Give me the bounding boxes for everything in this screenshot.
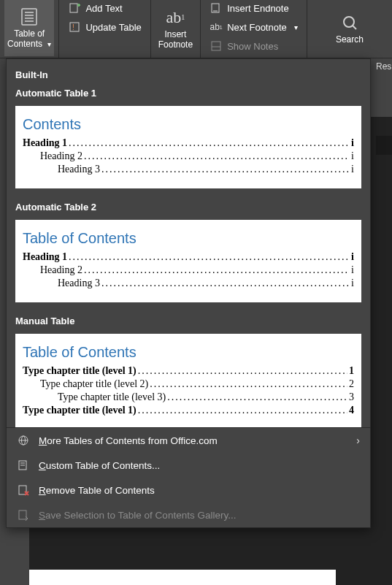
auto2-lines: Heading 1iHeading 2iHeading 3i <box>23 251 354 289</box>
chevron-down-icon: ▾ <box>294 23 298 31</box>
show-notes-icon <box>210 39 223 53</box>
manual-label: Manual Table <box>15 316 361 326</box>
toc-button-label: Table of Contents ▾ <box>7 28 51 50</box>
show-notes-button[interactable]: Show Notes <box>205 38 302 54</box>
search-button[interactable]: Search <box>333 0 366 56</box>
auto2-label: Automatic Table 2 <box>15 202 361 213</box>
toc-line: Type chapter title (level 1)1 <box>23 365 354 377</box>
save-to-gallery-menu: Save Selection to Table of Contents Gall… <box>7 502 370 527</box>
next-footnote-icon: ab1 <box>210 20 223 34</box>
remove-toc-menu[interactable]: Remove Table of Contents <box>7 478 370 502</box>
svg-rect-8 <box>70 23 79 31</box>
svg-rect-0 <box>22 9 36 25</box>
chevron-down-icon: ▾ <box>47 40 51 48</box>
ribbon-group-notes: Insert Endnote ab1 Next Footnote ▾ Show … <box>201 0 307 58</box>
toc-line: Type chapter title (level 1)4 <box>23 405 354 416</box>
toc-line: Heading 1i <box>23 137 354 149</box>
add-text-button[interactable]: Add Text ▾ <box>64 0 145 16</box>
globe-icon <box>17 434 30 447</box>
right-edge-fragment: Res <box>374 58 392 88</box>
toc-line: Type chapter title (level 2)2 <box>23 378 354 390</box>
ribbon-group-footnote: ab1 Insert Footnote <box>151 0 201 58</box>
show-notes-label: Show Notes <box>227 41 278 52</box>
toc-icon <box>18 7 41 27</box>
search-icon <box>338 12 361 33</box>
custom-label: Custom Table of Contents... <box>39 460 160 471</box>
menu-commands: More Tables of Contents from Office.com … <box>7 427 370 527</box>
remove-toc-icon <box>17 483 30 497</box>
auto2-title: Table of Contents <box>23 230 354 247</box>
ribbon: Table of Contents ▾ Add Text ▾ ! Update … <box>0 0 392 58</box>
chevron-right-icon: › <box>356 435 360 446</box>
remove-label: Remove Table of Contents <box>39 485 155 496</box>
scroll-indicator <box>376 136 392 155</box>
update-table-label: Update Table <box>85 22 141 33</box>
insert-footnote-button[interactable]: ab1 Insert Footnote <box>155 0 196 56</box>
auto1-title: Contents <box>23 116 354 133</box>
svg-rect-5 <box>70 4 77 12</box>
builtin-header: Built-In <box>15 69 361 80</box>
next-footnote-button[interactable]: ab1 Next Footnote ▾ <box>205 19 302 35</box>
toc-line: Heading 3i <box>23 164 354 175</box>
insert-endnote-icon <box>210 1 223 15</box>
svg-rect-12 <box>212 42 220 50</box>
svg-line-15 <box>353 26 356 29</box>
more-from-office-menu[interactable]: More Tables of Contents from Office.com … <box>7 428 370 453</box>
toc-line: Heading 3i <box>23 278 354 289</box>
ribbon-group-update: Add Text ▾ ! Update Table <box>59 0 150 58</box>
insert-endnote-button[interactable]: Insert Endnote <box>205 0 302 16</box>
auto1-lines: Heading 1iHeading 2iHeading 3i <box>23 137 354 175</box>
table-of-contents-button[interactable]: Table of Contents ▾ <box>4 0 54 56</box>
toc-line: Heading 2i <box>23 150 354 162</box>
document-page <box>29 570 336 585</box>
save-gallery-icon <box>17 508 30 521</box>
insert-endnote-label: Insert Endnote <box>227 3 289 14</box>
toc-line: Heading 1i <box>23 251 354 263</box>
custom-toc-menu[interactable]: Custom Table of Contents... <box>7 453 370 478</box>
add-text-icon <box>68 1 81 15</box>
gallery-item-manual[interactable]: Table of Contents Type chapter title (le… <box>15 334 361 427</box>
insert-footnote-icon: ab1 <box>164 7 187 28</box>
search-label: Search <box>336 34 364 45</box>
svg-point-14 <box>344 17 354 27</box>
auto1-label: Automatic Table 1 <box>15 88 361 99</box>
toc-gallery-dropdown: Built-In Automatic Table 1 Contents Head… <box>6 58 371 528</box>
ribbon-group-search: Search <box>307 0 392 58</box>
manual-lines: Type chapter title (level 1)1Type chapte… <box>23 365 354 416</box>
custom-toc-icon <box>17 459 30 472</box>
save-label: Save Selection to Table of Contents Gall… <box>39 510 236 521</box>
gallery-item-auto1[interactable]: Contents Heading 1iHeading 2iHeading 3i <box>15 106 361 188</box>
update-table-button[interactable]: ! Update Table <box>64 19 145 35</box>
ribbon-group-toc: Table of Contents ▾ <box>0 0 59 58</box>
toc-line: Type chapter title (level 3)3 <box>23 391 354 403</box>
toc-line: Heading 2i <box>23 264 354 276</box>
manual-title: Table of Contents <box>23 344 354 361</box>
next-footnote-label: Next Footnote <box>227 22 287 33</box>
more-label: More Tables of Contents from Office.com <box>39 435 218 446</box>
svg-rect-25 <box>19 511 26 519</box>
add-text-label: Add Text <box>85 3 122 14</box>
update-table-icon: ! <box>68 20 81 34</box>
svg-rect-22 <box>19 486 26 494</box>
svg-text:!: ! <box>72 23 74 31</box>
gallery-item-auto2[interactable]: Table of Contents Heading 1iHeading 2iHe… <box>15 220 361 302</box>
insert-footnote-label: Insert Footnote <box>158 29 193 50</box>
